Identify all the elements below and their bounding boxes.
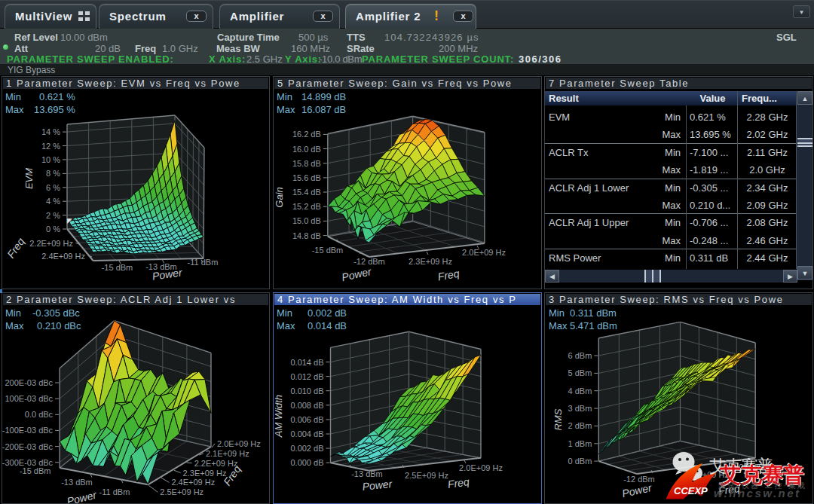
svg-text:14 %: 14 % (41, 127, 60, 136)
svg-text:Power: Power (341, 265, 373, 283)
svg-text:2.4E+09 Hz: 2.4E+09 Hz (171, 478, 215, 487)
svg-text:1 dBm: 1 dBm (568, 439, 592, 448)
svg-text:0.012 dB: 0.012 dB (290, 372, 323, 381)
svg-text:Gain: Gain (274, 187, 285, 207)
svg-text:2.0E+09 Hz: 2.0E+09 Hz (217, 439, 261, 448)
svg-text:0 dBm: 0 dBm (568, 457, 592, 466)
svg-text:-200E-03 dBc: -200E-03 dBc (2, 442, 54, 451)
svg-text:EVM: EVM (23, 168, 35, 189)
svg-text:2.1E+09 Hz: 2.1E+09 Hz (206, 449, 249, 458)
svg-text:200E-03 dBc: 200E-03 dBc (5, 378, 53, 387)
svg-text:RMS: RMS (552, 408, 564, 430)
svg-text:2.5E+09 Hz: 2.5E+09 Hz (405, 471, 448, 480)
svg-text:0.006 dB: 0.006 dB (290, 415, 323, 424)
svg-text:-300E-03 dBc: -300E-03 dBc (2, 458, 54, 467)
svg-text:0.0 dBc: 0.0 dBc (25, 410, 54, 419)
svg-text:4 dBm: 4 dBm (568, 386, 592, 396)
svg-text:Freq: Freq (5, 236, 27, 261)
svg-text:12 %: 12 % (41, 142, 60, 151)
svg-text:100E-03 dBc: 100E-03 dBc (5, 394, 53, 403)
svg-text:-11 dBm: -11 dBm (99, 487, 130, 496)
svg-text:15.2 dB: 15.2 dB (292, 202, 321, 211)
svg-text:15.0 dB: 15.0 dB (292, 216, 321, 225)
svg-text:-15 dBm: -15 dBm (102, 263, 133, 272)
svg-text:15.6 dB: 15.6 dB (292, 173, 321, 182)
svg-text:0.004 dB: 0.004 dB (290, 429, 323, 438)
svg-text:0.010 dB: 0.010 dB (290, 386, 323, 396)
svg-text:Freq: Freq (437, 267, 461, 283)
svg-text:-12 dBm: -12 dBm (353, 257, 385, 266)
svg-text:0.014 dB: 0.014 dB (290, 358, 323, 367)
svg-text:0.008 dB: 0.008 dB (290, 401, 323, 410)
svg-text:2.5E+09 Hz: 2.5E+09 Hz (160, 487, 204, 496)
svg-text:Power: Power (621, 481, 653, 499)
svg-text:◤: ◤ (67, 217, 72, 225)
svg-text:AM Width: AM Width (274, 395, 284, 438)
svg-text:-15 dBm: -15 dBm (312, 246, 344, 255)
svg-text:2.4E+09 Hz: 2.4E+09 Hz (41, 252, 85, 261)
svg-text:Power: Power (66, 488, 99, 503)
svg-text:Freq: Freq (447, 475, 470, 490)
svg-text:16.0 dB: 16.0 dB (292, 145, 321, 154)
svg-text:2.0E+09 Hz: 2.0E+09 Hz (462, 248, 506, 257)
svg-text:2.3E+09 Hz: 2.3E+09 Hz (183, 469, 227, 478)
svg-text:0.000 dB: 0.000 dB (290, 458, 323, 467)
svg-text:-13 dBm: -13 dBm (351, 469, 383, 478)
svg-text:6 %: 6 % (46, 183, 60, 192)
svg-text:-100E-03 dBc: -100E-03 dBc (2, 426, 54, 435)
svg-text:2 %: 2 % (46, 211, 60, 220)
svg-text:10 %: 10 % (41, 155, 60, 164)
svg-text:2.2E+09 Hz: 2.2E+09 Hz (29, 239, 73, 248)
svg-text:-15 dBm: -15 dBm (20, 466, 51, 475)
svg-text:2 dBm: 2 dBm (568, 421, 592, 430)
svg-text:16.2 dB: 16.2 dB (292, 130, 321, 139)
svg-text:Power: Power (362, 478, 393, 493)
svg-text:5 dBm: 5 dBm (568, 368, 592, 377)
svg-text:6 dBm: 6 dBm (568, 351, 592, 360)
svg-text:15.8 dB: 15.8 dB (292, 159, 321, 168)
svg-text:CCEXP: CCEXP (674, 485, 708, 496)
svg-text:0.002 dB: 0.002 dB (290, 444, 323, 453)
svg-text:4 %: 4 % (46, 197, 60, 206)
svg-text:15.4 dB: 15.4 dB (292, 188, 321, 197)
svg-text:14.8 dB: 14.8 dB (292, 231, 321, 240)
svg-text:0 %: 0 % (46, 225, 60, 234)
svg-text:2.3E+09 Hz: 2.3E+09 Hz (409, 257, 452, 266)
svg-text:-13 dBm: -13 dBm (61, 478, 93, 487)
svg-text:8 %: 8 % (46, 169, 60, 178)
svg-text:3 dBm: 3 dBm (568, 404, 592, 413)
svg-text:2.0E+09 Hz: 2.0E+09 Hz (459, 463, 503, 472)
